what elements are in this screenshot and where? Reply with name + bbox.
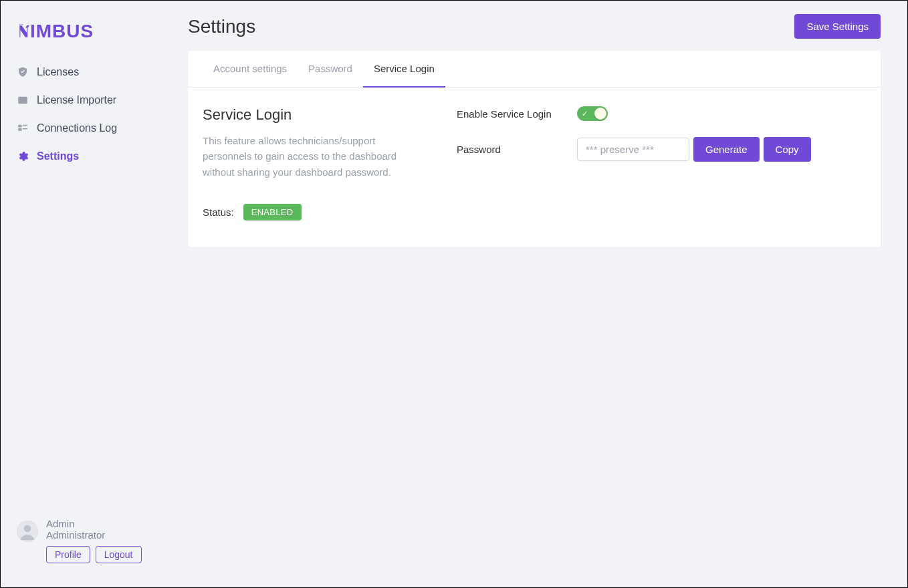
status-badge: ENABLED — [243, 204, 302, 220]
sidebar-item-settings[interactable]: Settings — [6, 142, 156, 170]
svg-point-7 — [24, 525, 31, 533]
user-name: Admin — [46, 518, 142, 529]
svg-rect-0 — [18, 97, 27, 104]
main-content: Settings Save Settings Account settings … — [161, 1, 907, 587]
shield-icon — [17, 66, 29, 78]
tab-account-settings[interactable]: Account settings — [203, 51, 298, 88]
enable-service-login-label: Enable Service Login — [457, 108, 577, 120]
sidebar-item-label: License Importer — [37, 94, 116, 106]
card-body: Service Login This feature allows techni… — [188, 88, 881, 247]
logo: IMBUS — [1, 14, 161, 58]
enable-service-login-toggle[interactable]: ✓ — [577, 106, 608, 121]
password-label: Password — [457, 144, 577, 155]
tab-password[interactable]: Password — [298, 51, 363, 88]
user-role: Administrator — [46, 529, 142, 541]
sidebar-item-licenses[interactable]: Licenses — [6, 58, 156, 86]
logo-text: IMBUS — [17, 21, 145, 42]
page-title: Settings — [188, 16, 255, 37]
sidebar-item-license-importer[interactable]: License Importer — [6, 86, 156, 114]
check-icon: ✓ — [582, 110, 588, 118]
user-meta: Admin Administrator Profile Logout — [46, 518, 142, 563]
sidebar-item-connections-log[interactable]: Connections Log — [6, 114, 156, 142]
page-header: Settings Save Settings — [188, 14, 881, 39]
password-input[interactable] — [577, 138, 689, 161]
section-description: This feature allows technicians/support … — [203, 133, 417, 180]
svg-rect-3 — [23, 125, 27, 126]
toggle-knob — [594, 108, 606, 120]
card-icon — [17, 94, 29, 106]
logout-button[interactable]: Logout — [96, 546, 142, 563]
sidebar: IMBUS Licenses License Importer Conn — [1, 1, 161, 587]
sidebar-item-label: Connections Log — [37, 122, 117, 134]
copy-button[interactable]: Copy — [764, 137, 811, 162]
svg-rect-1 — [18, 99, 27, 100]
save-settings-button[interactable]: Save Settings — [794, 14, 881, 39]
status-label: Status: — [203, 206, 234, 218]
settings-card: Account settings Password Service Login … — [188, 51, 881, 247]
svg-rect-5 — [23, 128, 27, 130]
tab-service-login[interactable]: Service Login — [363, 51, 445, 88]
sidebar-item-label: Settings — [37, 150, 79, 162]
tabs: Account settings Password Service Login — [188, 51, 881, 88]
logo-label: IMBUS — [30, 21, 94, 42]
sidebar-footer: Admin Administrator Profile Logout — [1, 507, 161, 574]
avatar — [17, 521, 38, 542]
service-login-info: Service Login This feature allows techni… — [203, 106, 417, 220]
svg-rect-2 — [18, 125, 21, 128]
sidebar-item-label: Licenses — [37, 66, 79, 78]
profile-button[interactable]: Profile — [46, 546, 90, 563]
nav-list: Licenses License Importer Connections Lo… — [1, 58, 161, 170]
generate-button[interactable]: Generate — [693, 137, 760, 162]
service-login-form: Enable Service Login ✓ Password Gen — [457, 106, 866, 220]
gear-icon — [17, 150, 29, 162]
section-title: Service Login — [203, 106, 417, 124]
svg-rect-4 — [18, 128, 21, 131]
list-icon — [17, 122, 29, 134]
